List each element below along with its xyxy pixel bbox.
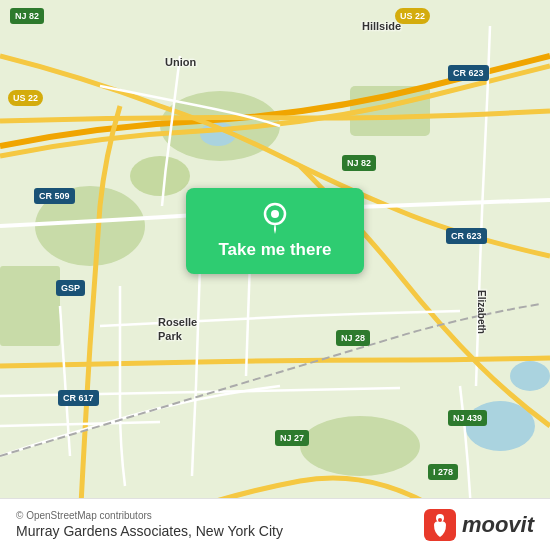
svg-point-6 bbox=[300, 416, 420, 476]
moovit-text: moovit bbox=[462, 512, 534, 538]
moovit-brand-icon bbox=[424, 509, 456, 541]
svg-point-11 bbox=[271, 210, 279, 218]
elizabeth-label: Elizabeth bbox=[476, 290, 487, 334]
location-info: © OpenStreetMap contributors Murray Gard… bbox=[16, 510, 283, 539]
nj28-shield: NJ 28 bbox=[336, 330, 370, 346]
map-container: Union Hillside RosellePark Elizabeth NJ … bbox=[0, 0, 550, 550]
union-label: Union bbox=[165, 56, 196, 68]
us22-shield-top: US 22 bbox=[395, 8, 430, 24]
location-name: Murray Gardens Associates, New York City bbox=[16, 523, 283, 539]
cr623-shield-top: CR 623 bbox=[448, 65, 489, 81]
cr509-shield: CR 509 bbox=[34, 188, 75, 204]
svg-point-8 bbox=[510, 361, 550, 391]
svg-point-14 bbox=[438, 518, 442, 522]
location-pin-icon bbox=[259, 202, 291, 234]
hillside-label: Hillside bbox=[362, 20, 401, 32]
cr617-shield: CR 617 bbox=[58, 390, 99, 406]
us22-shield-left: US 22 bbox=[8, 90, 43, 106]
copyright-text: © OpenStreetMap contributors bbox=[16, 510, 283, 521]
nj82-shield-top: NJ 82 bbox=[10, 8, 44, 24]
moovit-logo: moovit bbox=[424, 509, 534, 541]
svg-point-2 bbox=[130, 156, 190, 196]
nj27-shield: NJ 27 bbox=[275, 430, 309, 446]
roselle-park-label: RosellePark bbox=[158, 315, 197, 344]
nj82-shield-mid: NJ 82 bbox=[342, 155, 376, 171]
cr623-shield-mid: CR 623 bbox=[446, 228, 487, 244]
bottom-bar: © OpenStreetMap contributors Murray Gard… bbox=[0, 498, 550, 550]
svg-rect-5 bbox=[0, 266, 60, 346]
i278-shield: I 278 bbox=[428, 464, 458, 480]
take-me-there-button[interactable]: Take me there bbox=[186, 188, 364, 274]
gsp-shield: GSP bbox=[56, 280, 85, 296]
take-me-there-label: Take me there bbox=[218, 240, 331, 260]
nj439-shield: NJ 439 bbox=[448, 410, 487, 426]
